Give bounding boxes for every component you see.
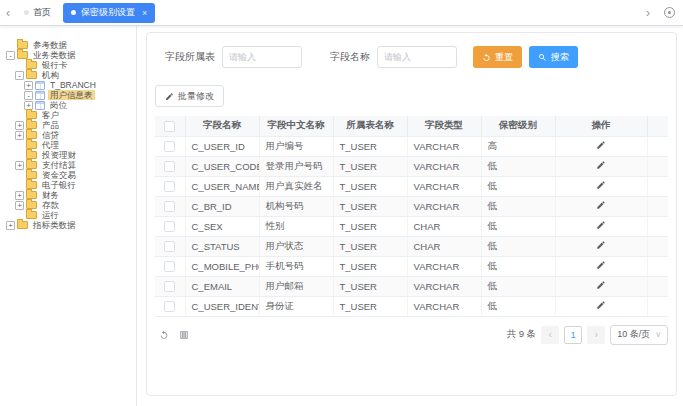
- main-area: 字段所属表 字段名称 重置 搜索: [137, 26, 683, 406]
- edit-icon[interactable]: [596, 180, 606, 190]
- expand-icon[interactable]: +: [15, 201, 24, 210]
- collapse-icon[interactable]: -: [15, 71, 24, 80]
- cell-table-name: T_USER: [333, 196, 407, 216]
- expand-icon[interactable]: +: [24, 81, 33, 90]
- edit-icon[interactable]: [596, 220, 606, 230]
- tags-scroll-right-icon[interactable]: ›: [640, 6, 656, 20]
- row-checkbox[interactable]: [164, 181, 175, 192]
- expand-icon[interactable]: +: [6, 221, 15, 230]
- data-category-tree: 参考数据-业务类数据银行卡-机构+T_BRANCH-用户信息表+岗位客户+产品+…: [0, 26, 137, 406]
- reset-label: 重置: [495, 51, 513, 64]
- folder-icon: [26, 141, 37, 149]
- cell-field-name: C_USER_CODE: [185, 156, 259, 176]
- collapse-icon[interactable]: -: [24, 91, 33, 100]
- field-table-label: 字段所属表: [165, 50, 215, 64]
- search-button[interactable]: 搜索: [529, 46, 578, 68]
- edit-icon[interactable]: [596, 260, 606, 270]
- tab-secrecy-level-settings[interactable]: 保密级别设置 ×: [63, 3, 155, 23]
- edit-icon[interactable]: [596, 280, 606, 290]
- edit-icon[interactable]: [596, 200, 606, 210]
- tab-active-label: 保密级别设置: [81, 6, 135, 19]
- tree-node[interactable]: +T_BRANCH: [6, 80, 134, 90]
- tree-node-label: 财务: [40, 190, 61, 200]
- next-page-button[interactable]: ›: [587, 326, 605, 344]
- cell-field-name: C_USER_NAME: [185, 176, 259, 196]
- folder-icon: [26, 111, 37, 119]
- table-row: C_USER_CODE登录用户号码T_USERVARCHAR低: [155, 156, 668, 176]
- tab-dot-icon: [24, 10, 29, 15]
- row-filler: [647, 196, 668, 216]
- cell-field-type: VARCHAR: [407, 256, 481, 276]
- row-filler: [647, 276, 668, 296]
- row-checkbox[interactable]: [164, 141, 175, 152]
- cell-field-cn-name: 用户真实姓名: [259, 176, 333, 196]
- table-row: C_USER_NAME用户真实姓名T_USERVARCHAR低: [155, 176, 668, 196]
- expand-icon[interactable]: +: [15, 161, 24, 170]
- tree-node-label: 客户: [40, 110, 61, 120]
- folder-icon: [17, 221, 28, 229]
- tree-node[interactable]: -用户信息表: [6, 90, 134, 100]
- current-page-button[interactable]: 1: [564, 326, 582, 344]
- cell-field-name: C_EMAIL: [185, 276, 259, 296]
- toolbar: 批量修改: [155, 85, 668, 107]
- page-size-select[interactable]: 10 条/页 ∨: [610, 325, 668, 345]
- folder-icon: [26, 151, 37, 159]
- tags-scroll-left-icon[interactable]: ‹: [0, 6, 16, 20]
- prev-page-button[interactable]: ‹: [541, 326, 559, 344]
- cell-secrecy-level: 低: [481, 276, 555, 296]
- cell-field-name: C_SEX: [185, 216, 259, 236]
- row-filler: [647, 136, 668, 156]
- search-label: 搜索: [551, 51, 569, 64]
- header-filler: [647, 116, 668, 136]
- row-filler: [647, 236, 668, 256]
- tree-node[interactable]: +指标类数据: [6, 220, 134, 230]
- table-row: C_USER_IDENTITY身份证T_USERVARCHAR低: [155, 296, 668, 316]
- column-settings-icon[interactable]: [179, 330, 189, 340]
- collapse-icon[interactable]: -: [6, 51, 15, 60]
- row-checkbox[interactable]: [164, 161, 175, 172]
- tab-home[interactable]: 首页: [16, 0, 59, 26]
- edit-icon[interactable]: [596, 300, 606, 310]
- row-checkbox[interactable]: [164, 201, 175, 212]
- cell-field-cn-name: 用户邮箱: [259, 276, 333, 296]
- cell-field-cn-name: 手机号码: [259, 256, 333, 276]
- tab-close-icon[interactable]: ×: [142, 8, 147, 18]
- cell-table-name: T_USER: [333, 176, 407, 196]
- row-checkbox[interactable]: [164, 241, 175, 252]
- batch-edit-button[interactable]: 批量修改: [155, 85, 224, 107]
- reset-icon: [482, 53, 491, 62]
- batch-edit-label: 批量修改: [178, 90, 214, 103]
- cell-field-name: C_MOBILE_PHONE: [185, 256, 259, 276]
- tree-node[interactable]: 运行: [6, 210, 134, 220]
- expand-icon[interactable]: +: [15, 191, 24, 200]
- select-all-checkbox[interactable]: [164, 121, 175, 132]
- tree-node-label: 参考数据: [31, 40, 69, 50]
- table-icon: [35, 101, 45, 110]
- pagination-total: 共 9 条: [507, 328, 537, 341]
- row-checkbox[interactable]: [164, 261, 175, 272]
- field-table-input[interactable]: [222, 46, 302, 68]
- row-checkbox[interactable]: [164, 301, 175, 312]
- refresh-icon[interactable]: [159, 330, 169, 340]
- expand-icon[interactable]: +: [15, 121, 24, 130]
- edit-icon[interactable]: [596, 160, 606, 170]
- cell-table-name: T_USER: [333, 216, 407, 236]
- edit-icon[interactable]: [596, 140, 606, 150]
- tree-node[interactable]: -机构: [6, 70, 134, 80]
- field-name-input[interactable]: [377, 46, 457, 68]
- folder-icon: [26, 161, 37, 169]
- row-checkbox[interactable]: [164, 281, 175, 292]
- expand-icon[interactable]: +: [15, 131, 24, 140]
- cell-table-name: T_USER: [333, 236, 407, 256]
- folder-icon: [26, 211, 37, 219]
- row-checkbox[interactable]: [164, 221, 175, 232]
- cell-field-type: VARCHAR: [407, 276, 481, 296]
- page-layout: 参考数据-业务类数据银行卡-机构+T_BRANCH-用户信息表+岗位客户+产品+…: [0, 26, 683, 406]
- tags-options-icon[interactable]: [664, 7, 675, 18]
- tree-node[interactable]: 参考数据: [6, 40, 134, 50]
- edit-icon[interactable]: [596, 240, 606, 250]
- reset-button[interactable]: 重置: [473, 46, 522, 68]
- table-header: 字段名称字段中文名称所属表名称字段类型保密级别操作: [155, 116, 668, 136]
- pagination: 共 9 条 ‹ 1 › 10 条/页 ∨: [507, 325, 668, 345]
- fields-table: 字段名称字段中文名称所属表名称字段类型保密级别操作 C_USER_ID用户编号T…: [155, 116, 668, 317]
